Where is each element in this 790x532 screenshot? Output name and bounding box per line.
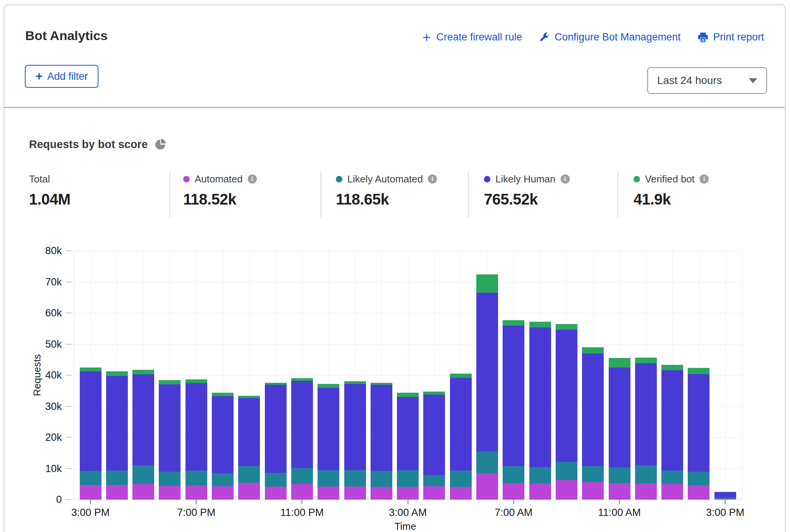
segment-automated <box>582 482 604 500</box>
segment-likely-automated <box>80 471 102 485</box>
stat-automated: Automatedi118.52k <box>183 172 321 208</box>
segment-likely-automated <box>450 471 472 487</box>
bar-1000am-19[interactable] <box>582 347 604 500</box>
pie-chart-icon <box>155 139 166 150</box>
print-report-link[interactable]: Print report <box>697 31 764 43</box>
segment-likely-human <box>344 384 366 471</box>
header-actions: Create firewall ruleConfigure Bot Manage… <box>421 31 764 43</box>
segment-automated <box>265 487 287 500</box>
segment-likely-automated <box>212 473 234 486</box>
bar-300pm-0[interactable] <box>80 368 102 500</box>
segment-likely-human <box>371 385 392 471</box>
segment-verified-bot <box>344 381 366 384</box>
header-divider <box>4 107 785 108</box>
segment-likely-human <box>582 353 604 466</box>
segment-verified-bot <box>476 274 498 293</box>
bar-600pm-3[interactable] <box>159 380 181 500</box>
bar-300am-12[interactable] <box>397 393 419 500</box>
printer-icon <box>697 32 709 43</box>
stat-label: Likely Automated <box>347 173 423 185</box>
stat-value: 1.04M <box>29 191 166 208</box>
x-axis-tick <box>619 500 620 504</box>
add-filter-button[interactable]: + Add filter <box>25 65 98 88</box>
stat-label: Likely Human <box>495 173 556 185</box>
info-icon[interactable]: i <box>248 174 257 184</box>
segment-automated <box>344 487 366 500</box>
bar-800am-17[interactable] <box>529 322 551 500</box>
plot-boundary <box>742 251 743 500</box>
stat-value: 41.9k <box>634 191 771 208</box>
segment-likely-human <box>265 385 287 473</box>
segment-verified-bot <box>397 393 419 397</box>
page-title: Bot Analytics <box>25 28 108 43</box>
bar-800pm-5[interactable] <box>212 393 234 500</box>
bar-200am-11[interactable] <box>371 383 392 500</box>
segment-likely-human <box>635 363 657 465</box>
segment-automated <box>503 483 524 500</box>
x-axis-tick-label: 3:00 PM <box>706 507 745 519</box>
bar-1200pm-21[interactable] <box>635 358 657 500</box>
segment-automated <box>106 485 128 500</box>
segment-likely-automated <box>132 465 154 484</box>
bar-300pm-24[interactable] <box>714 492 736 500</box>
y-axis-tick <box>66 375 72 376</box>
segment-likely-human <box>661 370 683 471</box>
segment-automated <box>291 484 313 500</box>
bar-400am-13[interactable] <box>423 392 445 500</box>
segment-likely-automated <box>503 466 524 483</box>
configure-bot-management-link[interactable]: Configure Bot Management <box>539 31 680 43</box>
segment-likely-human <box>556 330 577 462</box>
print-report-label: Print report <box>713 31 764 43</box>
segment-verified-bot <box>318 384 339 388</box>
y-axis-tick-label: 70k <box>23 276 62 288</box>
x-axis-tick <box>725 500 726 504</box>
segment-likely-automated <box>344 470 366 486</box>
segment-likely-automated <box>476 451 498 473</box>
segment-verified-bot <box>529 322 551 327</box>
bar-700am-16[interactable] <box>503 320 524 500</box>
info-icon[interactable]: i <box>700 174 709 184</box>
y-axis-tick <box>66 250 72 251</box>
bar-1100pm-8[interactable] <box>291 378 313 500</box>
bar-500pm-2[interactable] <box>132 370 154 500</box>
info-icon[interactable]: i <box>561 174 570 184</box>
create-firewall-rule-link[interactable]: Create firewall rule <box>421 31 522 43</box>
bar-1100am-20[interactable] <box>609 358 630 500</box>
legend-dot <box>336 176 342 182</box>
bar-600am-15[interactable] <box>476 274 498 500</box>
segment-likely-automated <box>661 471 683 484</box>
bar-400pm-1[interactable] <box>106 371 128 500</box>
segment-verified-bot <box>556 324 577 330</box>
section-title: Requests by bot score <box>29 138 148 151</box>
stat-label: Total <box>29 173 50 185</box>
legend-dot <box>183 176 190 182</box>
bar-900am-18[interactable] <box>556 324 577 500</box>
time-range-select[interactable]: Last 24 hours <box>647 67 767 94</box>
x-axis-title: Time (local) <box>395 521 422 532</box>
y-axis-tick-label: 60k <box>23 307 62 319</box>
segment-verified-bot <box>609 358 630 367</box>
y-axis-tick <box>66 499 72 500</box>
bar-900pm-6[interactable] <box>238 396 260 500</box>
bar-1200am-9[interactable] <box>318 384 339 500</box>
bar-500am-14[interactable] <box>450 374 472 500</box>
stat-label: Automated <box>195 173 243 185</box>
info-icon[interactable]: i <box>428 174 437 184</box>
bar-700pm-4[interactable] <box>185 379 207 500</box>
segment-verified-bot <box>635 358 657 363</box>
segment-likely-human <box>80 371 102 471</box>
y-axis-tick-label: 30k <box>23 400 62 412</box>
stat-label: Verified bot <box>645 173 695 185</box>
bar-100am-10[interactable] <box>344 381 366 500</box>
segment-likely-automated <box>106 471 128 485</box>
segment-verified-bot <box>185 379 207 384</box>
segment-likely-human <box>212 396 234 473</box>
x-axis-tick-label: 3:00 AM <box>389 507 427 519</box>
segment-verified-bot <box>106 371 128 376</box>
bar-200pm-23[interactable] <box>688 368 709 500</box>
bar-100pm-22[interactable] <box>661 365 683 500</box>
segment-automated <box>423 486 445 500</box>
segment-likely-human <box>291 381 313 468</box>
bar-1000pm-7[interactable] <box>265 383 287 500</box>
segment-likely-automated <box>371 471 392 487</box>
